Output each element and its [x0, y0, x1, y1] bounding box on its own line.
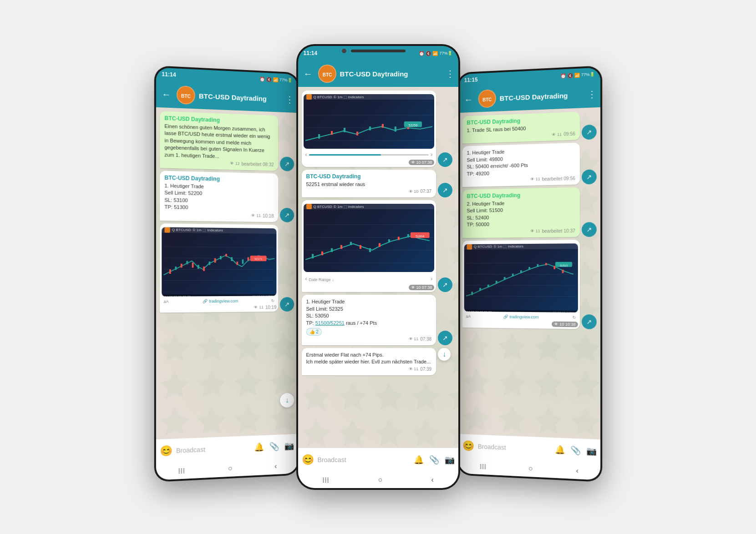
left-broadcast-input[interactable]: Broadcast — [176, 444, 251, 454]
right-forward-2[interactable]: ↗ — [582, 169, 597, 184]
right-bell-icon[interactable]: 🔔 — [555, 444, 565, 455]
center-prev-svg: 52259 — [305, 101, 433, 149]
center-prev-left-arrow[interactable]: ‹ — [305, 151, 307, 158]
left-forward-1[interactable]: ↗ — [280, 156, 294, 171]
right-chart-badge: 👁 10 10:38 — [552, 321, 578, 327]
right-msg-3-views: 👁 11 — [530, 229, 540, 233]
right-msg-3-sender: BTC-USD Daytrading — [467, 191, 575, 199]
center-camera-icon[interactable]: 📷 — [445, 455, 455, 465]
left-bottom-icons: 🔔 📎 📷 — [254, 441, 294, 452]
left-channel-name: BTC-USD Daytrading — [198, 92, 281, 103]
center-msg-2: 1. Heutiger Trade Sell Limit: 52325 SL: … — [302, 295, 436, 345]
center-phone: 11:14 ⏰ 🔇 📶 77%🔋 ← — [296, 44, 460, 490]
left-menu-button[interactable]: ⋮ — [285, 94, 294, 105]
center-bell-icon[interactable]: 🔔 — [414, 455, 424, 465]
left-back-button[interactable]: ← — [160, 87, 173, 102]
right-msg-2-wrapper: 1. Heutiger TradeSell Limit: 49800SL: 50… — [462, 142, 596, 187]
center-forward-chart[interactable]: ↗ — [438, 277, 452, 292]
left-msg-2-meta: 👁 11 10:18 — [164, 212, 274, 218]
center-forward-prev[interactable]: ↗ — [438, 152, 452, 167]
center-prev-label: Q BTCUSD ① 1m ⬚ Indicators — [314, 95, 364, 99]
center-chart-label: Q BTCUSD ① 1m ⬚ Indicators — [314, 205, 364, 209]
right-nav-back[interactable]: ‹ — [576, 467, 578, 475]
center-nav-home[interactable]: ○ — [378, 476, 382, 484]
center-forward-2[interactable]: ↗ — [438, 331, 452, 345]
left-msg-1-views: 👁 12 — [230, 161, 239, 166]
right-msg-3-time: bearbeitet 10:37 — [542, 228, 575, 233]
center-prev-right-arrow[interactable]: › — [431, 151, 432, 158]
center-msg-3-meta: 👁 11 07:39 — [306, 367, 432, 372]
right-forward-3[interactable]: ↗ — [582, 222, 597, 237]
center-nav-lines[interactable]: ⁞⁞⁞ — [322, 476, 329, 484]
center-forward-1[interactable]: ↗ — [438, 183, 452, 197]
left-nav-back[interactable]: ‹ — [274, 462, 277, 470]
left-forward-chart[interactable]: ↗ — [280, 297, 294, 312]
right-chat-bg: BTC-USD Daytrading 1. Trade SL raus bei … — [459, 107, 600, 439]
svg-line-59 — [466, 285, 576, 285]
right-emoji-button[interactable]: 😊 — [462, 440, 474, 452]
svg-rect-45 — [340, 245, 342, 249]
center-back-button[interactable]: ← — [302, 67, 315, 81]
right-forward-chart[interactable]: ↗ — [582, 314, 597, 329]
center-scroll-down[interactable]: ↓ — [438, 348, 451, 361]
center-chart-nav: ‹ Date Range ↓ › — [304, 274, 435, 284]
center-prev-chart: Q BTCUSD ① 1m ⬚ Indicators — [302, 91, 436, 167]
center-menu-button[interactable]: ⋮ — [446, 68, 455, 79]
center-prev-topbar: Q BTCUSD ① 1m ⬚ Indicators — [304, 94, 435, 100]
center-status-bar: 11:14 ⏰ 🔇 📶 77%🔋 — [298, 46, 458, 60]
right-msg-1-time: 09:56 — [563, 131, 575, 137]
right-chart-meta: 👁 10 10:38 — [464, 320, 578, 327]
right-nav-home[interactable]: ○ — [528, 464, 533, 473]
right-nav-lines[interactable]: ⁞⁞⁞ — [479, 462, 486, 471]
right-menu-button[interactable]: ⋮ — [587, 88, 597, 100]
left-nav-lines[interactable]: ⁞⁞⁞ — [178, 466, 185, 475]
svg-rect-7 — [175, 266, 177, 269]
center-tp-link[interactable]: 51500/52251 — [315, 320, 345, 326]
right-back-button[interactable]: ← — [462, 92, 474, 107]
svg-rect-68 — [528, 267, 530, 269]
center-reaction-thumbs[interactable]: 👍 2 — [306, 328, 322, 336]
left-phone: 11:14 ⏰ 🔇 📶 77%🔋 ← — [154, 65, 299, 482]
right-camera-icon[interactable]: 📷 — [586, 446, 597, 456]
left-msg-2-sender: BTC-USD Daytrading — [164, 175, 274, 183]
center-chart-area: 51804 — [304, 209, 435, 272]
right-attach-icon[interactable]: 📎 — [570, 445, 580, 456]
right-chart-wrapper: Q BTCUSD ① 1m ⬚ Indicators — [462, 239, 596, 329]
center-msg-2-wrapper: 1. Heutiger Trade Sell Limit: 52325 SL: … — [302, 295, 455, 345]
left-msg-1-time: bearbeitet 08:32 — [241, 161, 274, 167]
left-nav-home[interactable]: ○ — [228, 464, 233, 473]
svg-rect-28 — [318, 134, 320, 139]
center-attach-icon[interactable]: 📎 — [429, 455, 439, 465]
right-msg-2-time: bearbeitet 09:56 — [542, 176, 575, 182]
right-chart-refresh: ↻ — [572, 315, 576, 319]
right-msg-1-wrapper: BTC-USD Daytrading 1. Trade SL raus bei … — [462, 111, 596, 144]
center-avatar-img: BTC — [319, 65, 335, 82]
center-chart: Q BTCUSD ① 1m ⬚ Indicators — [304, 204, 435, 272]
center-msg-3-wrapper: Erstmal wieder Flat nach +74 Pips.Ich me… — [302, 348, 455, 375]
svg-rect-34 — [394, 126, 396, 131]
left-scroll-down[interactable]: ↓ — [280, 393, 294, 408]
center-time: 11:14 — [304, 50, 318, 56]
left-chart-views: 👁 11 — [254, 305, 263, 309]
svg-rect-62 — [479, 287, 481, 290]
center-chart-left-arrow[interactable]: ‹ — [305, 276, 307, 282]
left-forward-2[interactable]: ↗ — [280, 207, 294, 222]
left-attach-icon[interactable]: 📎 — [269, 441, 279, 452]
left-header-info: BTC-USD Daytrading — [198, 92, 281, 103]
right-broadcast-input[interactable]: Broadcast — [477, 443, 551, 453]
center-nav-back[interactable]: ‹ — [431, 476, 433, 484]
left-camera-icon[interactable]: 📷 — [284, 441, 294, 451]
svg-line-2 — [163, 247, 274, 247]
right-silent-icon: 🔇 — [567, 73, 573, 78]
left-silent-icon: 🔇 — [266, 77, 271, 82]
left-emoji-button[interactable]: 😊 — [160, 445, 173, 458]
left-bell-icon[interactable]: 🔔 — [254, 442, 264, 453]
center-chart-right-arrow[interactable]: › — [431, 276, 432, 282]
right-forward-1[interactable]: ↗ — [582, 125, 597, 140]
svg-rect-12 — [203, 267, 205, 271]
svg-rect-29 — [330, 131, 332, 135]
center-emoji-button[interactable]: 😊 — [302, 454, 314, 466]
center-broadcast-input[interactable]: Broadcast — [318, 456, 410, 463]
svg-rect-47 — [359, 245, 361, 249]
center-msg-3-time: 07:39 — [420, 367, 431, 372]
